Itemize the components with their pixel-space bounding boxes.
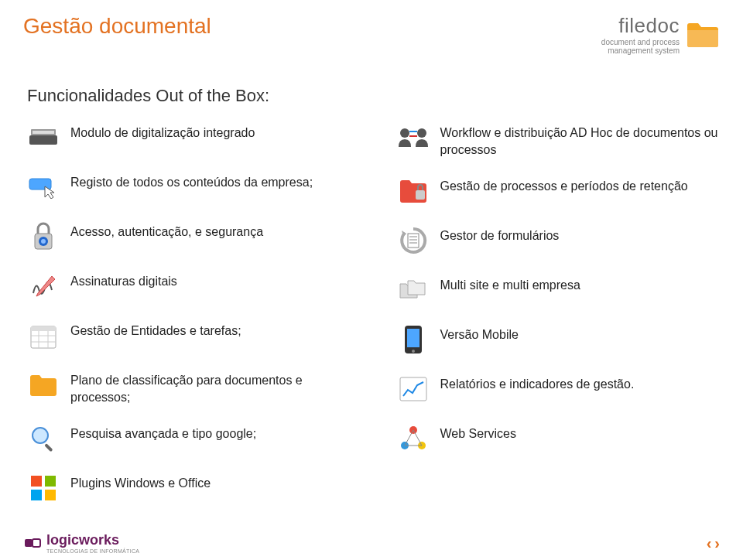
feature-label: Gestão de processos e períodos de retenç… [440, 175, 688, 195]
feature-item: Gestão de processos e períodos de retenç… [397, 175, 721, 207]
svg-point-20 [417, 128, 426, 138]
feature-label: Web Services [440, 422, 516, 442]
svg-rect-18 [45, 490, 56, 500]
svg-line-34 [413, 430, 422, 446]
lock-icon [27, 220, 60, 253]
svg-rect-27 [407, 329, 419, 347]
feature-label: Workflow e distribuição AD Hoc de docume… [440, 121, 721, 158]
signature-icon [27, 270, 60, 302]
folder-lock-icon [397, 175, 430, 207]
folder-plan-icon [27, 369, 60, 401]
feature-item: Pesquisa avançada e tipo google; [27, 422, 351, 455]
feature-item: Multi site e multi empresa [397, 274, 721, 306]
windows-office-icon [27, 472, 60, 504]
feature-item: Workflow e distribuição AD Hoc de docume… [397, 121, 721, 158]
feature-label: Plugins Windows e Office [70, 472, 211, 492]
footer-tagline: TECNOLOGIAS DE INFORMÁTICA [46, 548, 139, 554]
svg-rect-8 [31, 326, 56, 331]
feature-label: Pesquisa avançada e tipo google; [70, 422, 256, 442]
feature-item: Registo de todos os conteúdos da empresa… [27, 171, 351, 203]
svg-point-28 [412, 350, 415, 353]
svg-point-6 [41, 239, 46, 244]
page-title: Gestão documental [23, 14, 211, 39]
svg-rect-16 [45, 476, 56, 487]
feature-item: Assinaturas digitais [27, 270, 351, 302]
feature-item: Relatórios e indicadores de gestão. [397, 373, 721, 405]
svg-rect-15 [31, 476, 42, 487]
feature-item: Gestão de Entidades e tarefas; [27, 319, 351, 352]
multisite-folders-icon [397, 274, 430, 306]
feature-label: Acesso, autenticação, e segurança [70, 220, 263, 241]
right-column: Workflow e distribuição AD Hoc de docume… [397, 121, 721, 504]
search-icon [27, 422, 60, 455]
prev-button[interactable]: ‹ [707, 534, 712, 552]
feature-item: Acesso, autenticação, e segurança [27, 220, 351, 253]
feature-label: Modulo de digitalização integrado [70, 121, 255, 142]
footer-company: logicworks [46, 532, 139, 548]
svg-rect-21 [416, 190, 425, 200]
feature-label: Assinaturas digitais [70, 270, 177, 290]
logo-tagline-2: management system [608, 46, 680, 55]
feature-item: Web Services [397, 422, 721, 455]
feature-item: Plugins Windows e Office [27, 472, 351, 504]
calendar-icon [27, 319, 60, 352]
svg-point-13 [33, 428, 48, 443]
feature-label: Registo de todos os conteúdos da empresa… [70, 171, 313, 191]
svg-rect-3 [29, 179, 51, 190]
brand-logo: filedoc document and process management … [601, 14, 720, 55]
svg-line-33 [405, 430, 413, 446]
svg-rect-14 [44, 443, 53, 452]
svg-rect-17 [31, 490, 42, 500]
feature-label: Gestor de formulários [440, 224, 560, 244]
feature-item: Modulo de digitalização integrado [27, 121, 351, 154]
svg-point-19 [400, 128, 409, 138]
feature-label: Gestão de Entidades e tarefas; [70, 319, 241, 340]
chart-icon [397, 373, 430, 405]
svg-rect-37 [33, 539, 40, 547]
feature-item: Versão Mobile [397, 323, 721, 356]
feature-label: Multi site e multi empresa [440, 274, 580, 294]
feature-item: Plano de classificação para documentos e… [27, 369, 351, 405]
left-column: Modulo de digitalização integrado Regist… [27, 121, 351, 504]
next-button[interactable]: › [714, 534, 720, 552]
svg-rect-22 [408, 234, 419, 248]
feature-item: Gestor de formulários [397, 224, 721, 257]
folder-icon [686, 21, 720, 49]
footer-logo: logicworks TECNOLOGIAS DE INFORMÁTICA [23, 532, 139, 554]
webservices-icon [397, 422, 430, 455]
feature-label: Plano de classificação para documentos e… [70, 369, 351, 405]
feature-label: Relatórios e indicadores de gestão. [440, 373, 635, 393]
workflow-users-icon [397, 121, 430, 154]
section-subtitle: Funcionalidades Out of the Box: [0, 55, 743, 121]
cursor-button-icon [27, 171, 60, 203]
logo-name: filedoc [618, 14, 680, 38]
feature-label: Versão Mobile [440, 323, 519, 343]
svg-rect-0 [29, 135, 57, 145]
logicworks-icon [23, 534, 42, 552]
forms-cycle-icon [397, 224, 430, 257]
svg-rect-2 [33, 131, 54, 134]
logo-tagline-1: document and process [601, 38, 680, 46]
mobile-icon [397, 323, 430, 356]
scanner-icon [27, 121, 60, 154]
svg-rect-29 [400, 377, 426, 401]
svg-rect-36 [25, 539, 33, 547]
